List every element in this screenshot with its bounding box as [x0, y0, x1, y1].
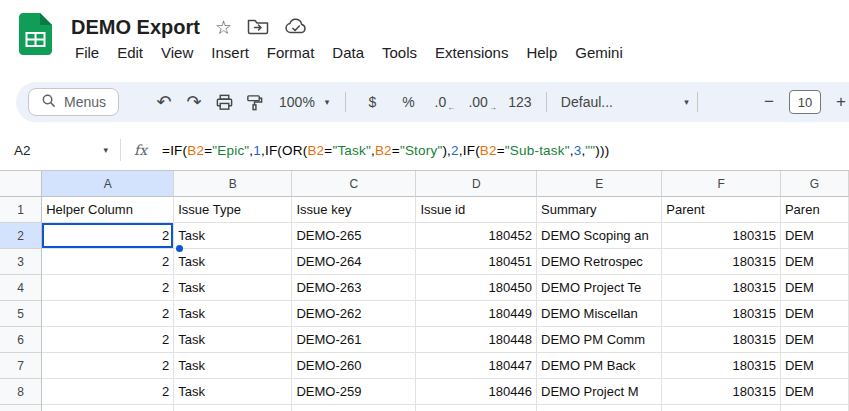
menu-item-tools[interactable]: Tools: [373, 42, 426, 63]
formula-input[interactable]: =IF(B2="Epic",1,IF(OR(B2="Task",B2="Stor…: [162, 143, 609, 158]
cell-F3[interactable]: 180315: [662, 249, 781, 275]
cell-F1[interactable]: Parent: [662, 197, 781, 223]
select-all-corner[interactable]: [0, 171, 42, 197]
cell-D8[interactable]: 180446: [416, 379, 537, 405]
increase-font-size-button[interactable]: +: [830, 92, 849, 112]
cell-G5[interactable]: DEM: [781, 301, 849, 327]
fill-handle[interactable]: [176, 245, 183, 252]
cell-B3[interactable]: Task: [174, 249, 292, 275]
menu-item-extensions[interactable]: Extensions: [426, 42, 517, 63]
cell-C1[interactable]: Issue key: [292, 197, 416, 223]
menu-item-help[interactable]: Help: [517, 42, 566, 63]
decrease-font-size-button[interactable]: −: [758, 92, 780, 112]
font-select[interactable]: Defaul... ▾: [561, 94, 689, 110]
cell-A5[interactable]: 2: [42, 301, 174, 327]
more-formats-button[interactable]: 123: [502, 94, 538, 110]
cell-G3[interactable]: DEM: [781, 249, 849, 275]
column-header-A[interactable]: A: [42, 171, 174, 197]
cell-E4[interactable]: DEMO Project Te: [537, 275, 662, 301]
cell-F8[interactable]: 180315: [662, 379, 781, 405]
cell-empty[interactable]: [662, 405, 781, 411]
row-header-2[interactable]: 2: [0, 223, 42, 249]
cell-E5[interactable]: DEMO Miscellan: [537, 301, 662, 327]
row-header-8[interactable]: 8: [0, 379, 42, 405]
cell-A3[interactable]: 2: [42, 249, 174, 275]
cell-B2[interactable]: Task: [174, 223, 292, 249]
row-header-3[interactable]: 3: [0, 249, 42, 275]
cell-B8[interactable]: Task: [174, 379, 292, 405]
cell-C7[interactable]: DEMO-260: [292, 353, 416, 379]
cell-D6[interactable]: 180448: [416, 327, 537, 353]
cell-D1[interactable]: Issue id: [416, 197, 537, 223]
cell-E3[interactable]: DEMO Retrospec: [537, 249, 662, 275]
cell-empty[interactable]: [537, 405, 662, 411]
cell-G2[interactable]: DEM: [781, 223, 849, 249]
print-button[interactable]: [209, 87, 239, 117]
cell-A8[interactable]: 2: [42, 379, 174, 405]
undo-button[interactable]: ↶: [149, 87, 179, 117]
menu-item-file[interactable]: File: [66, 42, 108, 63]
star-icon[interactable]: ☆: [215, 18, 232, 37]
column-header-E[interactable]: E: [537, 171, 662, 197]
cell-E8[interactable]: DEMO Project M: [537, 379, 662, 405]
row-header-4[interactable]: 4: [0, 275, 42, 301]
row-header-7[interactable]: 7: [0, 353, 42, 379]
cell-G1[interactable]: Paren: [781, 197, 849, 223]
sheets-logo-icon[interactable]: [19, 13, 52, 55]
cell-A1[interactable]: Helper Column: [42, 197, 174, 223]
cell-A6[interactable]: 2: [42, 327, 174, 353]
cell-B1[interactable]: Issue Type: [174, 197, 292, 223]
format-percent-button[interactable]: %: [390, 94, 426, 110]
cell-B6[interactable]: Task: [174, 327, 292, 353]
increase-decimal-button[interactable]: .00→: [462, 94, 501, 110]
cell-E7[interactable]: DEMO PM Back: [537, 353, 662, 379]
row-header-partial[interactable]: [0, 405, 42, 411]
cell-B5[interactable]: Task: [174, 301, 292, 327]
menu-item-edit[interactable]: Edit: [108, 42, 152, 63]
cell-A2[interactable]: 2: [42, 223, 174, 249]
cell-empty[interactable]: [781, 405, 849, 411]
cell-B7[interactable]: Task: [174, 353, 292, 379]
cell-F5[interactable]: 180315: [662, 301, 781, 327]
move-folder-icon[interactable]: [247, 17, 269, 38]
cell-D2[interactable]: 180452: [416, 223, 537, 249]
cell-B4[interactable]: Task: [174, 275, 292, 301]
format-currency-button[interactable]: $: [354, 94, 390, 110]
cell-D7[interactable]: 180447: [416, 353, 537, 379]
row-header-1[interactable]: 1: [0, 197, 42, 223]
cell-C4[interactable]: DEMO-263: [292, 275, 416, 301]
name-box[interactable]: A2 ▾: [0, 143, 120, 158]
row-header-6[interactable]: 6: [0, 327, 42, 353]
cell-empty[interactable]: [42, 405, 174, 411]
cell-E1[interactable]: Summary: [537, 197, 662, 223]
column-header-D[interactable]: D: [416, 171, 537, 197]
cell-F2[interactable]: 180315: [662, 223, 781, 249]
cell-E2[interactable]: DEMO Scoping an: [537, 223, 662, 249]
cell-empty[interactable]: [174, 405, 292, 411]
cell-G6[interactable]: DEM: [781, 327, 849, 353]
cell-C5[interactable]: DEMO-262: [292, 301, 416, 327]
cell-C8[interactable]: DEMO-259: [292, 379, 416, 405]
menus-search-button[interactable]: Menus: [28, 88, 119, 116]
column-header-C[interactable]: C: [292, 171, 416, 197]
cell-E6[interactable]: DEMO PM Comm: [537, 327, 662, 353]
column-header-B[interactable]: B: [174, 171, 292, 197]
menu-item-insert[interactable]: Insert: [202, 42, 258, 63]
cell-empty[interactable]: [416, 405, 537, 411]
paint-format-button[interactable]: [239, 87, 269, 117]
cell-D4[interactable]: 180450: [416, 275, 537, 301]
cell-A7[interactable]: 2: [42, 353, 174, 379]
column-header-G[interactable]: G: [781, 171, 849, 197]
row-header-5[interactable]: 5: [0, 301, 42, 327]
font-size-input[interactable]: 10: [789, 90, 821, 114]
decrease-decimal-button[interactable]: .0←: [426, 94, 462, 110]
cell-F6[interactable]: 180315: [662, 327, 781, 353]
cell-G7[interactable]: DEM: [781, 353, 849, 379]
cell-D5[interactable]: 180449: [416, 301, 537, 327]
menu-item-view[interactable]: View: [152, 42, 202, 63]
document-title[interactable]: DEMO Export: [71, 16, 200, 39]
cell-empty[interactable]: [292, 405, 416, 411]
menu-item-gemini[interactable]: Gemini: [566, 42, 632, 63]
cell-F4[interactable]: 180315: [662, 275, 781, 301]
cell-D3[interactable]: 180451: [416, 249, 537, 275]
